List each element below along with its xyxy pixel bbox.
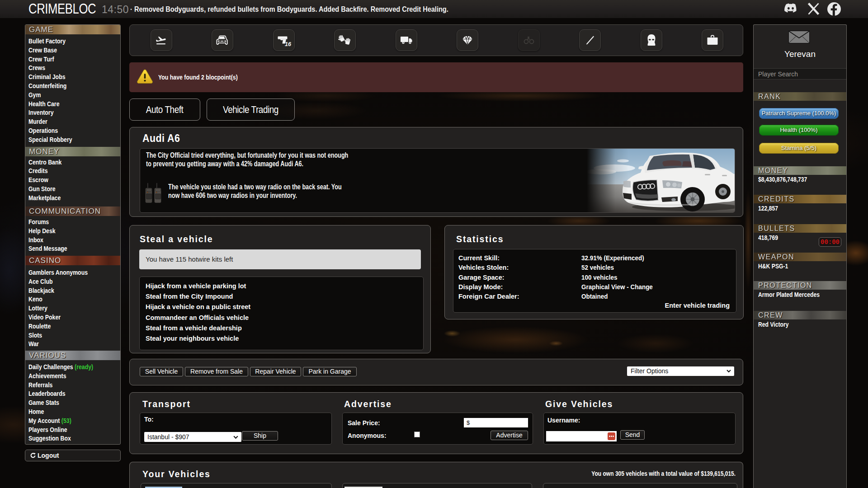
svg-text:16: 16 — [285, 41, 291, 47]
